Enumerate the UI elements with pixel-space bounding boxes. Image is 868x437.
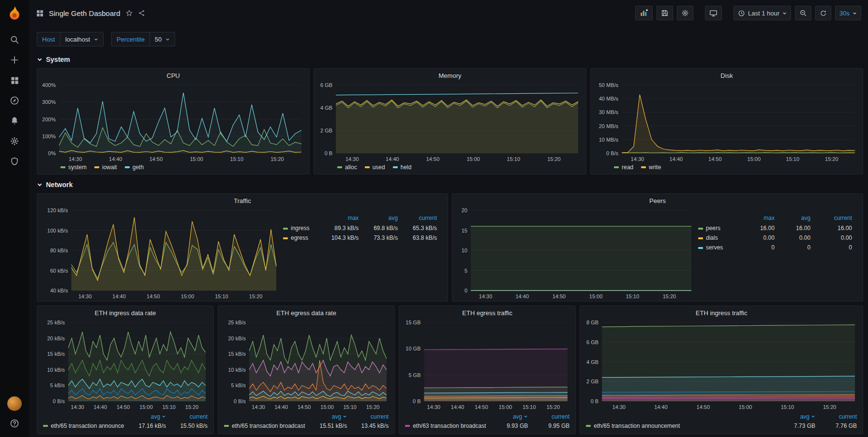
sidebar-item-explore[interactable] <box>0 91 29 110</box>
sidebar-item-search[interactable] <box>0 30 29 49</box>
sidebar-item-configuration[interactable] <box>0 132 29 150</box>
sidebar-item-create[interactable] <box>0 51 29 69</box>
navbar-left: Single Geth Dasboard <box>36 9 146 17</box>
panel-title[interactable]: ETH ingress traffic <box>584 308 859 318</box>
svg-text:0 B/s: 0 B/s <box>606 150 619 156</box>
panel-title[interactable]: ETH egress traffic <box>403 308 571 318</box>
svg-text:15:10: 15:10 <box>507 156 521 162</box>
svg-text:15 kB/s: 15 kB/s <box>228 351 246 357</box>
legend-col-avg[interactable]: avg <box>305 413 347 420</box>
series-label[interactable]: ingress <box>283 223 316 233</box>
series-label[interactable]: egress <box>283 233 316 243</box>
sidebar-item-alerting[interactable] <box>0 112 29 130</box>
svg-text:15 GB: 15 GB <box>405 320 420 325</box>
grafana-logo[interactable] <box>3 2 26 25</box>
disk-chart[interactable]: 0 B/s10 MB/s20 MB/s30 MB/s40 MB/s50 MB/s… <box>595 80 859 163</box>
series-label[interactable]: eth/65 transaction announcement <box>586 422 774 429</box>
series-avg: 73.3 kB/s <box>359 233 399 243</box>
svg-text:14:40: 14:40 <box>109 156 122 162</box>
panel-title[interactable]: Disk <box>595 71 859 80</box>
eth-ingress-data-rate-chart[interactable]: 0 B/s5 kB/s10 kB/s15 kB/s20 kB/s25 kB/s1… <box>41 318 210 411</box>
memory-chart[interactable]: 0 B2 GB4 GB6 GB14:3014:4014:5015:0015:10… <box>318 80 582 163</box>
legend-row: eth/63 transaction broadcast 9.93 GB 9.9… <box>405 421 569 430</box>
series-avg: 15.51 kB/s <box>305 422 347 429</box>
legend-item[interactable]: system <box>60 164 87 171</box>
gear-icon <box>10 136 19 146</box>
legend-item[interactable]: write <box>641 164 661 171</box>
svg-text:10 kB/s: 10 kB/s <box>228 367 246 373</box>
eth-egress-data-rate-chart[interactable]: 0 B/s5 kB/s10 kB/s15 kB/s20 kB/s25 kB/s1… <box>222 318 390 411</box>
series-label[interactable]: eth/65 transaction announcement <box>43 422 124 429</box>
dashboard-title[interactable]: Single Geth Dasboard <box>49 9 120 17</box>
disk-legend: read write <box>595 163 859 173</box>
series-label[interactable]: peers <box>698 223 740 233</box>
legend-col-avg[interactable]: avg <box>124 413 166 420</box>
legend-item[interactable]: read <box>614 164 633 171</box>
svg-text:14:50: 14:50 <box>150 156 163 162</box>
save-dashboard-button[interactable] <box>657 6 673 20</box>
legend-col-current[interactable]: current <box>815 413 857 420</box>
section-network[interactable]: Network <box>37 178 863 191</box>
zoom-out-button[interactable] <box>795 6 811 20</box>
variable-host-value[interactable]: localhost <box>60 32 104 46</box>
variable-percentile-selected: 50 <box>155 36 162 43</box>
traffic-chart[interactable]: 40 kB/s60 kB/s80 kB/s100 kB/s120 kB/s14:… <box>41 205 280 300</box>
legend-col-current[interactable]: current <box>528 413 569 420</box>
panel-title[interactable]: Memory <box>318 71 582 80</box>
panel-title[interactable]: Peers <box>456 196 859 205</box>
svg-text:20 kB/s: 20 kB/s <box>47 335 65 341</box>
cpu-chart[interactable]: 0%100%200%300%400%14:3014:4014:5015:0015… <box>41 80 305 163</box>
panel-title[interactable]: CPU <box>41 71 305 80</box>
series-max: 89.3 kB/s <box>316 223 359 233</box>
legend-col-current[interactable]: current <box>166 413 208 420</box>
compass-icon <box>10 96 19 105</box>
panel-title[interactable]: ETH egress data rate <box>222 308 390 318</box>
series-label[interactable]: serves <box>698 243 740 252</box>
eth-ingress-traffic-chart[interactable]: 0 B2 GB4 GB6 GB8 GB14:3014:4014:5015:001… <box>584 318 859 411</box>
legend-item[interactable]: geth <box>125 164 144 171</box>
legend-item[interactable]: iowait <box>94 164 117 171</box>
variable-percentile-value[interactable]: 50 <box>150 32 175 46</box>
refresh-interval-picker[interactable]: 30s <box>835 6 861 20</box>
series-label[interactable]: eth/65 transaction broadcast <box>224 422 305 429</box>
star-button[interactable] <box>125 9 133 17</box>
legend-col-avg[interactable]: avg <box>359 213 399 223</box>
legend-col-max[interactable]: max <box>316 213 359 223</box>
svg-text:15:00: 15:00 <box>190 156 203 162</box>
series-label[interactable]: dials <box>698 233 740 243</box>
legend-item[interactable]: alloc <box>337 164 357 171</box>
eth-egress-traffic-chart[interactable]: 0 B5 GB10 GB15 GB14:3014:4014:5015:0015:… <box>403 318 571 411</box>
add-panel-button[interactable] <box>635 6 653 20</box>
sidebar-item-server-admin[interactable] <box>0 152 29 171</box>
legend-col-max[interactable]: max <box>740 213 776 223</box>
panel-title[interactable]: Traffic <box>41 196 444 205</box>
legend-col-avg[interactable]: avg <box>776 213 811 223</box>
series-color-mark <box>698 237 703 239</box>
series-max: 0.00 <box>740 233 776 243</box>
sidebar-item-help[interactable] <box>0 417 29 430</box>
cycle-view-button[interactable] <box>705 6 722 20</box>
user-avatar[interactable] <box>7 396 22 411</box>
peers-chart[interactable]: 0510152014:3014:4014:5015:0015:1015:20 <box>456 205 695 300</box>
legend-col-avg[interactable]: avg <box>486 413 528 420</box>
series-color-mark <box>614 166 619 168</box>
sidebar-item-dashboards[interactable] <box>0 71 29 89</box>
svg-text:14:40: 14:40 <box>93 404 107 410</box>
legend-item[interactable]: used <box>365 164 385 171</box>
legend-col-current[interactable]: current <box>347 413 389 420</box>
series-color-mark <box>337 166 342 168</box>
time-range-picker[interactable]: Last 1 hour <box>733 6 791 20</box>
series-label[interactable]: eth/63 transaction broadcast <box>405 422 486 429</box>
legend-col-current[interactable]: current <box>399 213 438 223</box>
section-system[interactable]: System <box>37 53 863 66</box>
panel-title[interactable]: ETH ingress data rate <box>41 308 210 318</box>
legend-col-current[interactable]: current <box>811 213 853 223</box>
series-avg: 7.73 GB <box>774 422 815 429</box>
legend-item[interactable]: held <box>393 164 412 171</box>
refresh-button[interactable] <box>815 6 831 20</box>
legend-col-avg[interactable]: avg <box>774 413 815 420</box>
svg-text:15:10: 15:10 <box>230 156 244 162</box>
dashboard-settings-button[interactable] <box>677 6 693 20</box>
share-button[interactable] <box>138 9 146 17</box>
svg-text:14:40: 14:40 <box>451 404 464 410</box>
